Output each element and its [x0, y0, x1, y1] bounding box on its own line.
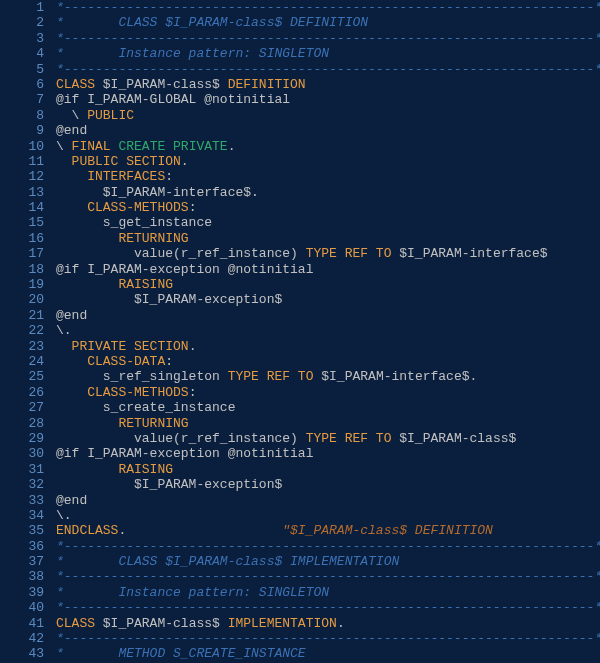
code-line[interactable]: ENDCLASS. "$I_PARAM-class$ DEFINITION — [56, 523, 600, 538]
code-token: $I_PARAM-class$ — [103, 77, 220, 92]
code-line[interactable]: \ FINAL CREATE PRIVATE. — [56, 139, 600, 154]
code-token: CLASS — [56, 77, 103, 92]
code-line[interactable]: *---------------------------------------… — [56, 569, 600, 584]
code-token: TYPE REF TO — [306, 246, 392, 261]
line-number: 24 — [0, 354, 44, 369]
code-body[interactable]: *---------------------------------------… — [52, 0, 600, 663]
code-line[interactable]: RAISING — [56, 462, 600, 477]
line-number: 42 — [0, 631, 44, 646]
line-number: 34 — [0, 508, 44, 523]
line-number: 35 — [0, 523, 44, 538]
code-token: *---------------------------------------… — [56, 0, 600, 15]
line-number: 2 — [0, 15, 44, 30]
code-line[interactable]: CLASS-METHODS: — [56, 385, 600, 400]
code-editor[interactable]: 1234567891011121314151617181920212223242… — [0, 0, 600, 663]
code-token: RAISING — [56, 277, 173, 292]
line-number: 18 — [0, 262, 44, 277]
line-number: 21 — [0, 308, 44, 323]
code-line[interactable]: $I_PARAM-interface$. — [56, 185, 600, 200]
code-line[interactable]: \. — [56, 323, 600, 338]
code-token: @if I_PARAM-GLOBAL @notinitial — [56, 92, 290, 107]
code-token: @end — [56, 308, 87, 323]
code-line[interactable]: @if I_PARAM-exception @notinitial — [56, 446, 600, 461]
line-number: 1 — [0, 0, 44, 15]
code-line[interactable]: CLASS-DATA: — [56, 354, 600, 369]
code-line[interactable]: $I_PARAM-exception$ — [56, 292, 600, 307]
code-token: FINAL — [72, 139, 111, 154]
code-line[interactable]: *---------------------------------------… — [56, 631, 600, 646]
code-line[interactable]: *---------------------------------------… — [56, 600, 600, 615]
code-line[interactable]: *---------------------------------------… — [56, 539, 600, 554]
code-token: \. — [56, 323, 72, 338]
line-number: 38 — [0, 569, 44, 584]
line-number: 14 — [0, 200, 44, 215]
code-token: $I_PARAM-interface$. — [56, 185, 259, 200]
code-line[interactable]: INTERFACES: — [56, 169, 600, 184]
code-token: *---------------------------------------… — [56, 31, 600, 46]
code-line[interactable]: @end — [56, 123, 600, 138]
code-line[interactable]: s_get_instance — [56, 215, 600, 230]
line-number: 41 — [0, 616, 44, 631]
code-line[interactable]: $I_PARAM-exception$ — [56, 477, 600, 492]
code-line[interactable]: @end — [56, 493, 600, 508]
code-line[interactable]: CLASS-METHODS: — [56, 200, 600, 215]
code-line[interactable]: @if I_PARAM-exception @notinitial — [56, 262, 600, 277]
code-line[interactable]: CLASS $I_PARAM-class$ IMPLEMENTATION. — [56, 616, 600, 631]
code-line[interactable]: PRIVATE SECTION. — [56, 339, 600, 354]
code-line[interactable]: RETURNING — [56, 231, 600, 246]
code-line[interactable]: CLASS $I_PARAM-class$ DEFINITION — [56, 77, 600, 92]
code-token: \. — [56, 508, 72, 523]
code-line[interactable]: * Instance pattern: SINGLETON — [56, 46, 600, 61]
code-token: PUBLIC SECTION — [56, 154, 181, 169]
code-token: TYPE REF TO — [306, 431, 392, 446]
code-token: * METHOD S_CREATE_INSTANCE — [56, 646, 306, 661]
code-line[interactable]: * CLASS $I_PARAM-class$ IMPLEMENTATION — [56, 554, 600, 569]
code-token: CLASS-DATA — [56, 354, 165, 369]
line-number: 19 — [0, 277, 44, 292]
code-line[interactable]: @end — [56, 308, 600, 323]
line-number: 29 — [0, 431, 44, 446]
line-number: 40 — [0, 600, 44, 615]
code-line[interactable]: RAISING — [56, 277, 600, 292]
line-number: 33 — [0, 493, 44, 508]
code-token: DEFINITION — [220, 77, 306, 92]
code-line[interactable]: s_ref_singleton TYPE REF TO $I_PARAM-int… — [56, 369, 600, 384]
code-line[interactable]: *---------------------------------------… — [56, 31, 600, 46]
code-token: * CLASS $I_PARAM-class$ IMPLEMENTATION — [56, 554, 399, 569]
line-number: 25 — [0, 369, 44, 384]
line-number: 8 — [0, 108, 44, 123]
code-token: INTERFACES — [56, 169, 165, 184]
code-line[interactable]: RETURNING — [56, 416, 600, 431]
code-token: $I_PARAM-interface$ — [391, 246, 547, 261]
code-line[interactable]: * CLASS $I_PARAM-class$ DEFINITION — [56, 15, 600, 30]
line-number: 23 — [0, 339, 44, 354]
line-number: 11 — [0, 154, 44, 169]
code-token: PUBLIC — [87, 108, 134, 123]
line-number: 9 — [0, 123, 44, 138]
code-line[interactable]: \ PUBLIC — [56, 108, 600, 123]
code-line[interactable]: *---------------------------------------… — [56, 62, 600, 77]
code-token: $I_PARAM-interface$. — [313, 369, 477, 384]
line-number: 43 — [0, 646, 44, 661]
code-line[interactable]: *---------------------------------------… — [56, 0, 600, 15]
code-line[interactable]: value(r_ref_instance) TYPE REF TO $I_PAR… — [56, 246, 600, 261]
code-token: value(r_ref_instance) — [56, 246, 306, 261]
code-line[interactable]: value(r_ref_instance) TYPE REF TO $I_PAR… — [56, 431, 600, 446]
code-line[interactable]: * METHOD S_CREATE_INSTANCE — [56, 646, 600, 661]
code-token: RAISING — [56, 462, 173, 477]
line-number: 13 — [0, 185, 44, 200]
code-line[interactable]: s_create_instance — [56, 400, 600, 415]
code-line[interactable]: PUBLIC SECTION. — [56, 154, 600, 169]
code-token: IMPLEMENTATION — [220, 616, 337, 631]
code-token: $I_PARAM-exception$ — [56, 477, 282, 492]
code-line[interactable]: @if I_PARAM-GLOBAL @notinitial — [56, 92, 600, 107]
code-token: . — [118, 523, 282, 538]
code-token: @if I_PARAM-exception @notinitial — [56, 262, 313, 277]
line-number: 26 — [0, 385, 44, 400]
code-line[interactable]: * Instance pattern: SINGLETON — [56, 585, 600, 600]
code-token: @end — [56, 493, 87, 508]
code-token: *---------------------------------------… — [56, 539, 600, 554]
line-number: 4 — [0, 46, 44, 61]
code-line[interactable]: \. — [56, 508, 600, 523]
code-token: : — [165, 169, 173, 184]
